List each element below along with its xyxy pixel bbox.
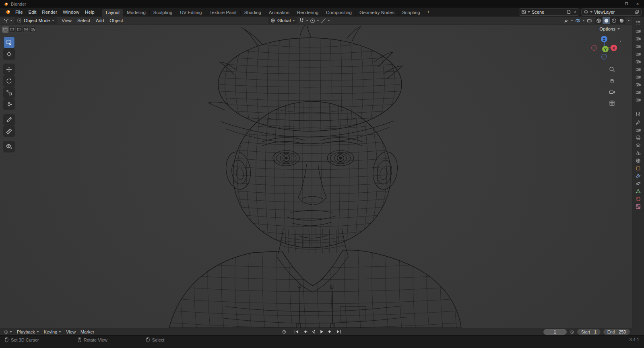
properties-tab-view-layer[interactable]	[635, 142, 642, 148]
proportional-editing-toggle[interactable]	[309, 17, 316, 24]
mode-dropdown[interactable]: Object Mode	[14, 17, 57, 24]
properties-tab-physics[interactable]	[635, 181, 642, 186]
falloff-dropdown-icon[interactable]	[328, 20, 330, 21]
properties-tab-material[interactable]	[635, 196, 642, 202]
snap-dropdown-icon[interactable]	[306, 20, 308, 21]
workspace-tab-animation[interactable]: Animation	[265, 9, 293, 16]
outliner-editor-icon[interactable]	[634, 19, 642, 27]
viewport-3d[interactable]: Options ‹ Z X Y	[0, 25, 632, 328]
frame-end-field[interactable]: End 250	[603, 329, 630, 335]
proportional-falloff-icon[interactable]	[320, 17, 327, 24]
tool-annotate[interactable]	[4, 114, 14, 125]
properties-tab-world[interactable]	[635, 158, 642, 163]
next-keyframe-button[interactable]	[327, 329, 334, 335]
menu-window[interactable]: Window	[60, 9, 82, 15]
zoom-button[interactable]	[608, 65, 616, 73]
workspace-tab-uv-editing[interactable]: UV Editing	[176, 9, 206, 16]
toggle-orthographic-button[interactable]	[608, 99, 616, 107]
scene-selector[interactable]: Scene	[519, 8, 579, 16]
pan-button[interactable]	[608, 76, 616, 84]
view-layer-selector[interactable]: ViewLayer	[581, 8, 642, 16]
proportional-dropdown-icon[interactable]	[317, 20, 319, 21]
tool-move[interactable]	[4, 64, 14, 75]
frame-start-field[interactable]: Start 1	[577, 329, 601, 335]
select-mode-extend[interactable]	[9, 27, 15, 33]
blender-menu-icon[interactable]	[2, 9, 12, 15]
properties-editor-icon[interactable]	[634, 110, 642, 118]
xray-toggle[interactable]	[586, 17, 593, 24]
shading-wireframe-button[interactable]	[595, 17, 603, 24]
timeline-menu-playback[interactable]: Playback	[14, 329, 41, 335]
auto-keying-toggle[interactable]	[281, 329, 287, 335]
properties-tab-scene[interactable]	[635, 150, 642, 156]
overlays-dropdown-icon[interactable]	[582, 20, 585, 21]
axis-z-neg-ball[interactable]	[602, 54, 607, 60]
select-mode-intersect[interactable]	[29, 27, 36, 33]
workspace-tab-modeling[interactable]: Modeling	[123, 9, 150, 16]
new-scene-icon[interactable]	[567, 10, 571, 14]
axis-x-neg-ball[interactable]	[592, 45, 597, 51]
properties-tab-texture[interactable]	[635, 204, 642, 209]
properties-tab-object-data[interactable]	[635, 188, 642, 194]
viewport-menu-object[interactable]: Object	[107, 17, 126, 24]
gizmos-dropdown-icon[interactable]	[571, 20, 573, 21]
workspace-tab-compositing[interactable]: Compositing	[322, 9, 356, 16]
play-button[interactable]	[318, 329, 325, 335]
camera-view-button[interactable]	[608, 88, 616, 96]
editor-type-button[interactable]	[2, 17, 14, 24]
timeline-editor-type-button[interactable]	[2, 328, 14, 335]
tool-cursor[interactable]	[4, 49, 14, 60]
outliner-camera-toggle[interactable]	[635, 36, 642, 41]
select-mode-new[interactable]	[2, 27, 8, 33]
play-reverse-button[interactable]	[310, 329, 317, 335]
snap-toggle[interactable]	[298, 17, 305, 24]
sidebar-toggle[interactable]: ‹	[620, 39, 621, 43]
workspace-tab-scripting[interactable]: Scripting	[398, 9, 424, 16]
outliner-camera-toggle[interactable]	[635, 82, 642, 87]
workspace-tab-texture-paint[interactable]: Texture Paint	[206, 9, 241, 16]
select-mode-subtract[interactable]	[16, 27, 22, 33]
tool-select-box[interactable]	[4, 37, 14, 48]
viewport-menu-select[interactable]: Select	[74, 17, 93, 24]
workspace-tab-geometry-nodes[interactable]: Geometry Nodes	[356, 9, 398, 16]
show-gizmos-toggle[interactable]	[563, 17, 570, 24]
shading-solid-button[interactable]	[603, 17, 610, 24]
properties-tab-render[interactable]	[635, 127, 642, 133]
view-layer-icon[interactable]	[584, 10, 588, 14]
outliner-camera-toggle[interactable]	[635, 66, 642, 72]
minimize-button[interactable]	[609, 0, 621, 8]
scene-browse-icon[interactable]	[521, 10, 526, 14]
preview-range-icon[interactable]	[570, 329, 574, 334]
properties-tab-active-tool[interactable]	[635, 119, 642, 125]
add-workspace-button[interactable]: +	[424, 9, 433, 15]
outliner-camera-toggle[interactable]	[635, 43, 642, 49]
unlink-scene-icon[interactable]	[573, 10, 577, 14]
properties-tab-modifiers[interactable]	[635, 173, 642, 179]
properties-tab-output[interactable]	[635, 135, 642, 140]
shading-material-button[interactable]	[610, 17, 618, 24]
menu-edit[interactable]: Edit	[26, 9, 39, 15]
workspace-tab-layout[interactable]: Layout	[102, 9, 124, 16]
shading-dropdown-icon[interactable]	[627, 20, 630, 21]
close-button[interactable]: ×	[632, 0, 643, 8]
previous-keyframe-button[interactable]	[301, 329, 308, 335]
timeline-menu-view[interactable]: View	[64, 329, 78, 335]
select-mode-invert[interactable]	[23, 27, 29, 33]
tool-transform[interactable]	[4, 99, 14, 110]
outliner-camera-toggle[interactable]	[635, 51, 642, 57]
tool-scale[interactable]	[4, 87, 14, 98]
outliner-camera-toggle[interactable]	[635, 59, 642, 64]
workspace-tab-rendering[interactable]: Rendering	[293, 9, 322, 16]
jump-to-start-button[interactable]	[293, 329, 300, 335]
navigation-gizmo[interactable]: Z X Y	[591, 35, 617, 60]
properties-tab-object[interactable]	[635, 165, 642, 171]
menu-help[interactable]: Help	[82, 9, 97, 15]
jump-to-end-button[interactable]	[335, 329, 342, 335]
outliner-camera-toggle[interactable]	[635, 74, 642, 80]
transform-orientation-dropdown[interactable]: Global	[268, 17, 297, 24]
tool-measure[interactable]	[4, 126, 14, 137]
outliner-camera-toggle[interactable]	[635, 28, 642, 34]
viewport-menu-view[interactable]: View	[59, 17, 74, 24]
copy-view-layer-icon[interactable]	[635, 10, 639, 14]
tool-add-cube[interactable]	[4, 141, 14, 152]
